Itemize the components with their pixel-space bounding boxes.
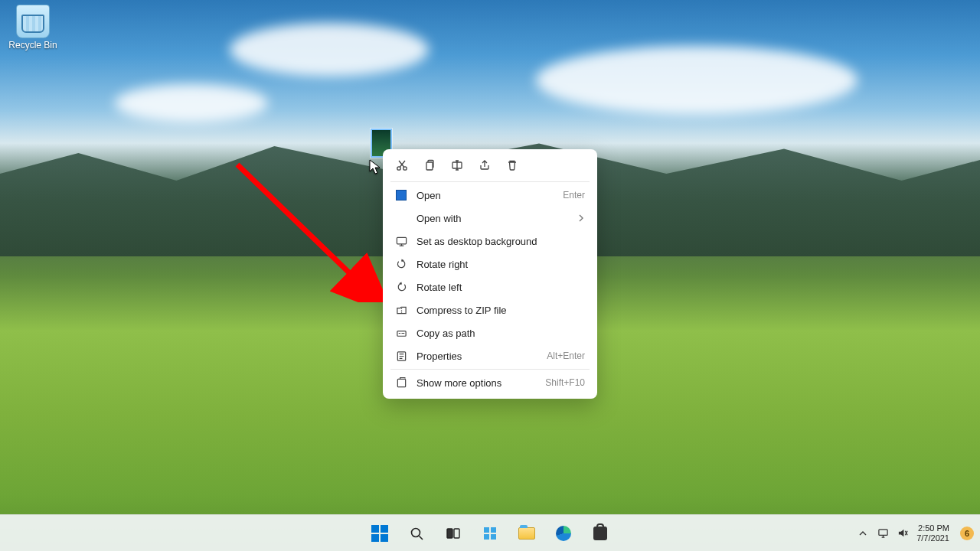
menu-item-copy-as-path[interactable]: Copy as path xyxy=(387,321,593,344)
more-options-icon xyxy=(395,377,407,389)
separator xyxy=(390,369,590,370)
task-view-button[interactable] xyxy=(438,518,469,549)
store-button[interactable] xyxy=(585,518,616,549)
menu-item-properties[interactable]: Properties Alt+Enter xyxy=(387,344,593,367)
notif-count: 6 xyxy=(965,529,969,538)
menu-item-compress-zip[interactable]: Compress to ZIP file xyxy=(387,298,593,321)
search-icon xyxy=(409,526,424,541)
copy-path-icon xyxy=(395,327,407,339)
edge-button[interactable] xyxy=(548,518,579,549)
rename-icon[interactable] xyxy=(450,158,464,172)
system-tray: 2:50 PM 7/7/2021 6 xyxy=(857,515,974,551)
start-button[interactable] xyxy=(364,518,395,549)
svg-rect-5 xyxy=(397,237,406,243)
menu-item-rotate-right[interactable]: Rotate right xyxy=(387,253,593,276)
share-icon[interactable] xyxy=(478,158,492,172)
menu-item-open[interactable]: Open Enter xyxy=(387,184,593,207)
menu-item-label: Compress to ZIP file xyxy=(416,305,585,316)
menu-item-open-with[interactable]: Open with xyxy=(387,207,593,230)
svg-rect-15 xyxy=(491,534,496,540)
clock-date: 7/7/2021 xyxy=(916,533,949,543)
context-menu-toolbar xyxy=(387,154,593,180)
menu-item-label: Show more options xyxy=(416,377,536,389)
menu-item-accel: Shift+F10 xyxy=(545,377,585,388)
menu-item-accel: Enter xyxy=(563,190,585,201)
menu-item-label: Set as desktop background xyxy=(416,236,585,247)
desktop-icon-label: Recycle Bin xyxy=(6,40,60,51)
svg-rect-13 xyxy=(491,527,496,533)
desktop-icon xyxy=(395,235,407,247)
cut-icon[interactable] xyxy=(395,158,409,172)
open-icon xyxy=(395,189,407,201)
desktop-icon-recycle-bin[interactable]: Recycle Bin xyxy=(6,5,60,51)
blank-icon xyxy=(395,212,407,224)
menu-item-label: Open with xyxy=(416,213,568,224)
menu-item-label: Rotate right xyxy=(416,259,585,270)
menu-item-rotate-left[interactable]: Rotate left xyxy=(387,276,593,298)
widgets-button[interactable] xyxy=(475,518,505,549)
task-view-icon xyxy=(446,526,461,541)
copy-icon[interactable] xyxy=(423,158,436,172)
taskbar-center xyxy=(364,518,616,549)
widgets-icon xyxy=(482,526,498,541)
store-icon xyxy=(593,527,607,540)
svg-rect-3 xyxy=(426,162,433,170)
windows-logo-icon xyxy=(371,525,388,542)
volume-icon[interactable] xyxy=(897,527,909,540)
svg-rect-11 xyxy=(454,529,459,538)
rotate-right-icon xyxy=(395,258,407,270)
separator xyxy=(390,181,590,182)
svg-point-1 xyxy=(397,167,400,170)
taskbar-clock[interactable]: 2:50 PM 7/7/2021 xyxy=(916,523,952,543)
svg-rect-8 xyxy=(397,379,405,386)
menu-item-accel: Alt+Enter xyxy=(547,350,585,361)
svg-point-2 xyxy=(403,167,407,170)
tray-chevron-up-icon[interactable] xyxy=(857,527,869,540)
taskbar: 2:50 PM 7/7/2021 6 xyxy=(0,514,980,551)
svg-rect-14 xyxy=(484,534,489,540)
search-button[interactable] xyxy=(401,518,432,549)
properties-icon xyxy=(395,350,407,362)
clock-time: 2:50 PM xyxy=(916,523,949,533)
menu-item-label: Properties xyxy=(416,350,537,362)
context-menu: Open Enter Open with Set as desktop back… xyxy=(383,149,597,399)
zip-icon xyxy=(395,304,407,316)
menu-item-set-desktop-background[interactable]: Set as desktop background xyxy=(387,230,593,253)
recycle-bin-icon xyxy=(16,5,50,38)
menu-item-show-more-options[interactable]: Show more options Shift+F10 xyxy=(387,371,593,394)
network-icon[interactable] xyxy=(877,527,889,540)
file-explorer-icon xyxy=(518,527,535,540)
chevron-right-icon xyxy=(577,213,585,224)
notifications-badge[interactable]: 6 xyxy=(960,527,974,540)
edge-icon xyxy=(556,526,571,541)
svg-point-9 xyxy=(412,528,420,536)
delete-icon[interactable] xyxy=(505,158,519,172)
desktop[interactable]: Recycle Bin Open Enter xyxy=(0,0,980,551)
menu-item-label: Rotate left xyxy=(416,282,585,293)
svg-rect-16 xyxy=(879,530,887,536)
file-explorer-button[interactable] xyxy=(511,518,542,549)
svg-rect-12 xyxy=(484,527,489,533)
menu-item-label: Copy as path xyxy=(416,328,585,339)
svg-rect-10 xyxy=(447,529,452,538)
menu-item-label: Open xyxy=(416,190,554,201)
rotate-left-icon xyxy=(395,281,407,293)
